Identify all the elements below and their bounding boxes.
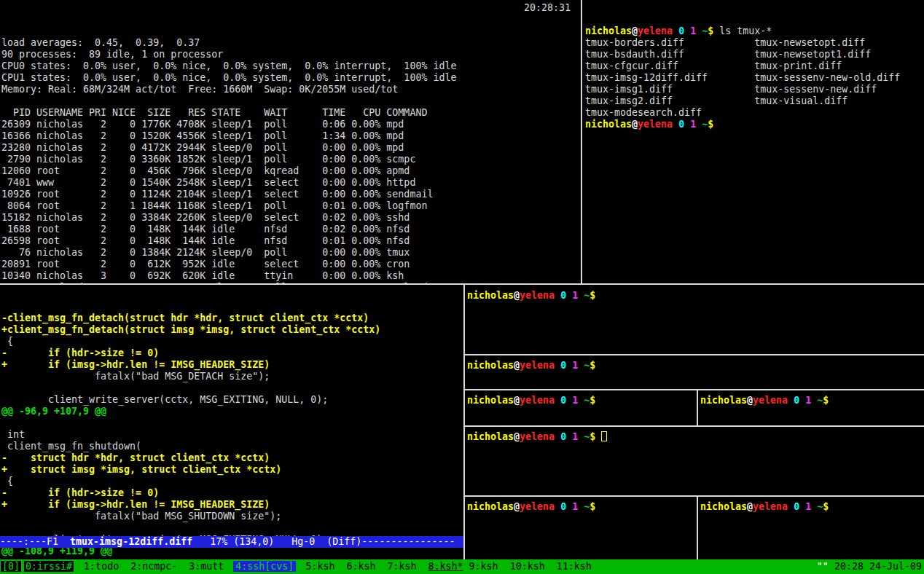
- pane-b[interactable]: nicholas@yelena 0 1 ~$: [465, 355, 924, 389]
- prompt-at: @: [747, 501, 753, 512]
- prompt-flag-a: 0: [560, 501, 566, 512]
- shell-output: nicholas@yelena 0 1 ~$ ls tmux-*tmux-bor…: [585, 25, 924, 130]
- diff-line: +client_msg_fn_detach(struct imsg *imsg,…: [1, 324, 463, 336]
- status-window-7[interactable]: 7:ksh: [387, 561, 416, 572]
- prompt-flag-a: 0: [560, 360, 566, 371]
- diff-line: [1, 522, 463, 534]
- process-row: 26309 nicholas 2 0 1776K 4708K sleep/1 p…: [1, 119, 581, 130]
- diff-line: + if (imsg->hdr.len != IMSG_HEADER_SIZE): [1, 499, 463, 511]
- diff-line: [1, 417, 463, 429]
- prompt-user: nicholas: [700, 395, 747, 406]
- pane-a[interactable]: nicholas@yelena 0 1 ~$: [465, 285, 924, 354]
- clock-readout: 20:28:31: [524, 2, 571, 14]
- shell-prompt-line: nicholas@yelena 0 1 ~$: [467, 395, 697, 406]
- pane-border-vertical-top[interactable]: [581, 0, 582, 285]
- terminal-line: [1, 95, 581, 107]
- system-summary-line: CPU0 states: 0.0% user, 0.0% nice, 0.0% …: [1, 60, 581, 72]
- prompt-user: nicholas: [467, 431, 514, 442]
- prompt-user: nicholas: [467, 395, 514, 406]
- status-window-2[interactable]: 2:ncmpc-: [130, 561, 177, 572]
- shell-prompt-line: nicholas@yelena 0 1 ~$: [467, 290, 924, 302]
- shell-prompt-line: nicholas@yelena 0 1 ~$: [585, 119, 924, 130]
- status-window-10[interactable]: 10:ksh: [510, 561, 545, 572]
- process-row: 10926 root 2 0 1124K 2104K sleep/1 selec…: [1, 189, 581, 200]
- status-window-1[interactable]: 1:todo: [84, 561, 119, 572]
- prompt-flag-a: 0: [560, 290, 566, 301]
- status-window-4[interactable]: 4:ssh[cvs]: [233, 561, 296, 572]
- prompt-host: yelena: [753, 395, 788, 406]
- pane-f[interactable]: nicholas@yelena 0 1 ~$: [465, 497, 697, 559]
- diff-line: + struct imsg *imsg, struct client_ctx *…: [1, 464, 463, 476]
- prompt-flag-a: 0: [560, 431, 566, 442]
- status-time: 20:28: [834, 561, 864, 572]
- process-row: 23280 nicholas 2 0 4172K 2944K sleep/0 p…: [1, 142, 581, 154]
- pane-d[interactable]: nicholas@yelena 0 1 ~$: [698, 390, 924, 425]
- prompt-flag-a: 0: [678, 25, 684, 36]
- prompt-flag-a: 0: [794, 395, 799, 406]
- file-listing-line: tmux-cfgcur.diff tmux-print.diff: [585, 60, 924, 72]
- prompt-user: nicholas: [467, 290, 514, 301]
- system-summary-line: CPU1 states: 0.0% user, 0.0% nice, 0.0% …: [1, 72, 581, 84]
- prompt-flag-b: 1: [690, 119, 696, 130]
- emacs-minibuffer: [0, 548, 463, 559]
- system-summary-line: Memory: Real: 68M/324M act/tot Free: 166…: [1, 84, 581, 95]
- process-row: 20891 root 2 0 612K 952K idle select 0:0…: [1, 259, 581, 270]
- file-listing-line: tmux-borders.diff tmux-newsetopt.diff: [585, 37, 924, 49]
- prompt-flag-a: 0: [794, 501, 799, 512]
- prompt-host: yelena: [520, 501, 555, 512]
- tmux-screen: 20:28:31 load averages: 0.45, 0.39, 0.37…: [0, 0, 924, 574]
- status-right: "" 20:28 24-Jul-09: [817, 561, 922, 573]
- prompt-host: yelena: [753, 501, 788, 512]
- prompt-at: @: [514, 431, 520, 442]
- diff-line: {: [1, 476, 463, 487]
- prompt-at: @: [514, 290, 520, 301]
- modeline-prefix: ----:---F1: [0, 536, 70, 547]
- diff-line: fatalx("bad MSG_DETACH size");: [1, 371, 463, 382]
- prompt-symbol: $: [590, 395, 595, 406]
- diff-line: + if (imsg->hdr.len != IMSG_HEADER_SIZE): [1, 359, 463, 371]
- status-window-3[interactable]: 3:mutt: [189, 561, 224, 572]
- prompt-user: nicholas: [585, 25, 632, 36]
- pane-c[interactable]: nicholas@yelena 0 1 ~$: [465, 390, 697, 425]
- shell-pane-ls[interactable]: nicholas@yelena 0 1 ~$ ls tmux-*tmux-bor…: [583, 0, 924, 283]
- status-window-8[interactable]: 8:ksh*: [428, 561, 463, 572]
- diff-line: int: [1, 429, 463, 441]
- status-window-0[interactable]: 0:irssi#: [24, 561, 74, 572]
- process-row: 26598 root 2 0 148K 144K idle nfsd 0:01 …: [1, 235, 581, 247]
- status-window-5[interactable]: 5:ksh: [305, 561, 334, 572]
- emacs-pane[interactable]: -client_msg_fn_detach(struct hdr *hdr, s…: [0, 285, 463, 559]
- file-listing-line: tmux-imsg-12diff.diff tmux-sessenv-new-o…: [585, 72, 924, 84]
- status-pane-title: "": [817, 561, 829, 572]
- pane-e[interactable]: nicholas@yelena 0 1 ~$: [465, 427, 924, 495]
- prompt-host: yelena: [638, 119, 673, 130]
- prompt-flag-b: 1: [805, 395, 811, 406]
- prompt-path: ~: [584, 290, 590, 301]
- prompt-user: nicholas: [585, 119, 632, 130]
- status-window-9[interactable]: 9:ksh: [469, 561, 498, 572]
- system-summary-line: 90 processes: 89 idle, 1 on processor: [1, 49, 581, 60]
- process-row: 16366 nicholas 2 0 1520K 4556K sleep/1 p…: [1, 130, 581, 142]
- prompt-at: @: [747, 395, 753, 406]
- command-text: ls tmux-*: [713, 25, 772, 36]
- prompt-path: ~: [584, 395, 590, 406]
- diff-line: {: [1, 336, 463, 347]
- prompt-symbol: $: [590, 501, 595, 512]
- prompt-flag-b: 1: [572, 360, 578, 371]
- status-window-list: [0] 0:irssi# 1:todo 2:ncmpc- 3:mutt 4:ss…: [2, 561, 592, 573]
- prompt-at: @: [514, 395, 520, 406]
- process-table-header: PID USERNAME PRI NICE SIZE RES STATE WAI…: [1, 107, 581, 119]
- prompt-path: ~: [817, 501, 823, 512]
- prompt-flag-b: 1: [805, 501, 811, 512]
- status-window-11[interactable]: 11:ksh: [557, 561, 592, 572]
- prompt-symbol: $: [590, 290, 595, 301]
- modeline-filename: tmux-imsg-12diff.diff: [70, 536, 192, 547]
- pane-g[interactable]: nicholas@yelena 0 1 ~$: [698, 497, 924, 559]
- diff-line: fatalx("bad MSG_SHUTDOWN size");: [1, 511, 463, 522]
- prompt-flag-b: 1: [572, 431, 578, 442]
- top-pane[interactable]: 20:28:31 load averages: 0.45, 0.39, 0.37…: [0, 0, 581, 283]
- prompt-flag-b: 1: [572, 501, 578, 512]
- modeline-suffix: 17% (134,0) Hg-0 (Diff)----------------: [192, 536, 455, 547]
- status-window-6[interactable]: 6:ksh: [346, 561, 375, 572]
- process-row: 7401 www 2 0 1540K 2548K sleep/1 select …: [1, 177, 581, 189]
- session-indicator: [0]: [1, 561, 21, 572]
